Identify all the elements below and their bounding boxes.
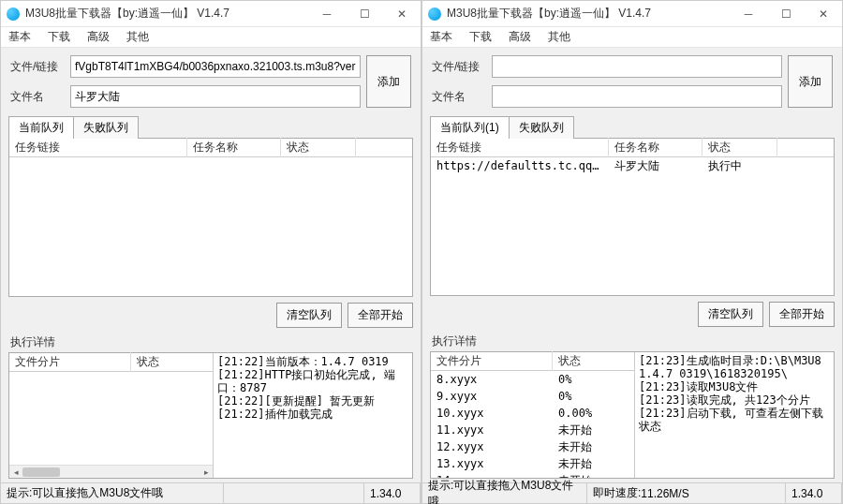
seg-status: 0% xyxy=(553,389,628,404)
status-hint: 提示:可以直接拖入M3U8文件哦 xyxy=(1,483,224,503)
file-link-input[interactable] xyxy=(492,55,782,78)
maximize-button[interactable]: ☐ xyxy=(346,1,383,27)
list-item[interactable]: 8.xyyx0% xyxy=(431,371,634,388)
close-button[interactable]: ✕ xyxy=(383,1,421,27)
app-icon xyxy=(7,7,20,21)
menu-download[interactable]: 下载 xyxy=(466,27,495,47)
menu-other[interactable]: 其他 xyxy=(544,27,574,47)
th-task-name[interactable]: 任务名称 xyxy=(187,138,281,157)
th-task-name[interactable]: 任务名称 xyxy=(609,138,702,157)
th-task-link[interactable]: 任务链接 xyxy=(9,138,187,157)
menu-advanced[interactable]: 高级 xyxy=(83,27,113,47)
menubar: 基本 下载 高级 其他 xyxy=(1,27,421,48)
seg-name: 11.xyyx xyxy=(431,422,553,437)
menu-download[interactable]: 下载 xyxy=(44,27,74,47)
start-all-button[interactable]: 全部开始 xyxy=(769,302,835,327)
file-link-input[interactable] xyxy=(70,55,361,78)
exec-detail-title: 执行详情 xyxy=(422,331,842,351)
th-task-link[interactable]: 任务链接 xyxy=(431,138,609,157)
seg-status: 0% xyxy=(553,372,628,387)
detail-panel: 文件分片 状态 ◂ ▸ [21:22]当前版本：1.4.7 0319 [21:2… xyxy=(8,352,413,479)
list-item[interactable]: 13.xyyx未开始 xyxy=(431,455,634,472)
seg-name: 8.xyyx xyxy=(431,372,553,387)
seg-status: 未开始 xyxy=(553,438,628,456)
list-item[interactable]: 10.xyyx0.00% xyxy=(431,405,634,422)
th-segment[interactable]: 文件分片 xyxy=(9,352,131,372)
hscrollbar[interactable]: ◂ ▸ xyxy=(9,465,213,478)
label-file-link: 文件/链接 xyxy=(432,59,486,75)
form-area: 文件/链接 文件名 添加 xyxy=(422,48,842,113)
log-area[interactable]: [21:23]生成临时目录:D:\B\M3U8 1.4.7 0319\16183… xyxy=(635,352,834,478)
window-title: M3U8批量下载器【by:逍遥一仙】 V1.4.7 xyxy=(25,6,308,22)
tab-fail-queue[interactable]: 失败队列 xyxy=(509,116,574,139)
list-item[interactable]: 11.xyyx未开始 xyxy=(431,422,634,438)
status-mid xyxy=(224,483,364,503)
th-seg-status[interactable]: 状态 xyxy=(553,351,628,371)
scroll-left-icon[interactable]: ◂ xyxy=(9,466,22,479)
list-item[interactable]: 9.xyyx0% xyxy=(431,388,634,405)
tab-current-queue[interactable]: 当前队列(1) xyxy=(430,116,510,139)
seg-status: 未开始 xyxy=(553,422,628,439)
seg-name: 12.xyyx xyxy=(431,439,553,454)
add-button[interactable]: 添加 xyxy=(366,55,411,108)
tab-fail-queue[interactable]: 失败队列 xyxy=(73,116,139,139)
table-row[interactable]: https://defaultts.tc.qq.com/d...斗罗大陆执行中 xyxy=(431,157,834,174)
status-version: 1.34.0 xyxy=(786,483,842,503)
form-area: 文件/链接 文件名 添加 xyxy=(1,48,421,113)
close-button[interactable]: ✕ xyxy=(805,1,842,27)
detail-panel: 文件分片 状态 8.xyyx0%9.xyyx0%10.xyyx0.00%11.x… xyxy=(430,351,835,479)
seg-status: 未开始 xyxy=(553,455,628,473)
titlebar: M3U8批量下载器【by:逍遥一仙】 V1.4.7 ─ ☐ ✕ xyxy=(1,1,421,27)
cell-status: 执行中 xyxy=(702,157,777,175)
titlebar: M3U8批量下载器【by:逍遥一仙】 V1.4.7 ─ ☐ ✕ xyxy=(422,1,842,27)
queue-body[interactable]: https://defaultts.tc.qq.com/d...斗罗大陆执行中 xyxy=(431,157,834,295)
queue-panel: 任务链接 任务名称 状态 xyxy=(8,138,413,297)
minimize-button[interactable]: ─ xyxy=(308,1,346,27)
file-name-input[interactable] xyxy=(70,85,361,108)
clear-queue-button[interactable]: 清空队列 xyxy=(698,302,763,327)
cell-link: https://defaultts.tc.qq.com/d... xyxy=(431,158,609,173)
window-left: M3U8批量下载器【by:逍遥一仙】 V1.4.7 ─ ☐ ✕ 基本 下载 高级… xyxy=(0,0,422,504)
seg-name: 13.xyyx xyxy=(431,456,553,471)
menu-advanced[interactable]: 高级 xyxy=(505,27,535,47)
minimize-button[interactable]: ─ xyxy=(730,1,767,27)
label-file-name: 文件名 xyxy=(10,89,65,105)
queue-panel: 任务链接 任务名称 状态 https://defaultts.tc.qq.com… xyxy=(430,138,835,296)
th-segment[interactable]: 文件分片 xyxy=(431,351,553,371)
th-status[interactable]: 状态 xyxy=(281,138,356,157)
window-right: M3U8批量下载器【by:逍遥一仙】 V1.4.7 ─ ☐ ✕ 基本 下载 高级… xyxy=(422,0,843,504)
app-icon xyxy=(428,7,441,21)
queue-tabs: 当前队列 失败队列 xyxy=(1,115,421,138)
start-all-button[interactable]: 全部开始 xyxy=(348,303,413,328)
statusbar: 提示:可以直接拖入M3U8文件哦 即时速度:11.26M/S 1.34.0 xyxy=(422,482,842,503)
th-seg-status[interactable]: 状态 xyxy=(131,352,206,372)
segment-body[interactable]: 8.xyyx0%9.xyyx0%10.xyyx0.00%11.xyyx未开始12… xyxy=(431,371,634,478)
seg-status: 0.00% xyxy=(553,406,628,421)
menu-basic[interactable]: 基本 xyxy=(426,27,456,47)
window-title: M3U8批量下载器【by:逍遥一仙】 V1.4.7 xyxy=(447,6,730,22)
status-hint: 提示:可以直接拖入M3U8文件哦 xyxy=(422,483,587,503)
segment-body[interactable] xyxy=(9,372,213,465)
log-area[interactable]: [21:22]当前版本：1.4.7 0319 [21:22]HTTP接口初始化完… xyxy=(214,353,412,478)
status-version: 1.34.0 xyxy=(364,483,421,503)
scroll-right-icon[interactable]: ▸ xyxy=(200,466,213,479)
th-status[interactable]: 状态 xyxy=(702,138,777,157)
tab-current-queue[interactable]: 当前队列 xyxy=(8,116,74,139)
queue-body[interactable] xyxy=(9,157,412,296)
status-speed: 即时速度:11.26M/S xyxy=(587,483,786,503)
exec-detail-title: 执行详情 xyxy=(1,332,421,352)
label-file-link: 文件/链接 xyxy=(10,59,65,75)
label-file-name: 文件名 xyxy=(432,89,486,105)
seg-name: 10.xyyx xyxy=(431,406,553,421)
queue-tabs: 当前队列(1) 失败队列 xyxy=(422,115,842,138)
list-item[interactable]: 12.xyyx未开始 xyxy=(431,438,634,455)
statusbar: 提示:可以直接拖入M3U8文件哦 1.34.0 xyxy=(1,482,421,503)
seg-name: 9.xyyx xyxy=(431,389,553,404)
menu-other[interactable]: 其他 xyxy=(123,27,153,47)
menu-basic[interactable]: 基本 xyxy=(5,27,35,47)
add-button[interactable]: 添加 xyxy=(788,55,833,108)
menubar: 基本 下载 高级 其他 xyxy=(422,27,842,48)
clear-queue-button[interactable]: 清空队列 xyxy=(276,303,342,328)
file-name-input[interactable] xyxy=(492,85,782,108)
maximize-button[interactable]: ☐ xyxy=(767,1,805,27)
